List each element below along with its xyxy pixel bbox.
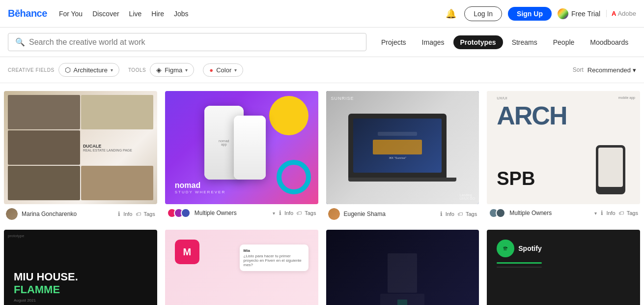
laptop-screen: ЖК "Sunrise" xyxy=(353,119,442,173)
sort-label: Sort xyxy=(573,66,584,73)
search-tabs: Projects Images Prototypes Streams Peopl… xyxy=(374,35,635,49)
tab-images[interactable]: Images xyxy=(415,35,451,49)
nav-jobs[interactable]: Jobs xyxy=(174,10,189,18)
figma-icon: ◈ xyxy=(156,66,162,74)
spotify-progress-bar xyxy=(497,262,541,264)
nav-live[interactable]: Live xyxy=(129,10,142,18)
project-card-spotify[interactable]: Spotify Designer 4 ℹ Info 🏷 Tags xyxy=(487,230,640,305)
tools-group: Tools ◈ Figma ▾ xyxy=(128,63,194,77)
project-thumbnail-sunrise: SUNRISE ЖК "Sunrise" LandingUI/UX G xyxy=(326,91,479,204)
sort-button[interactable]: Recommended ▾ xyxy=(588,66,636,74)
architecture-filter[interactable]: ⬡ Architecture ▾ xyxy=(58,63,119,77)
nomad-logo: nomad STUDY WHEREVER xyxy=(175,181,225,194)
tab-moodboards[interactable]: Moodboards xyxy=(583,35,635,49)
spotify-name-text: Spotify xyxy=(518,244,541,252)
spotify-logo-circle xyxy=(497,240,514,257)
chevron-down-icon-3: ▾ xyxy=(234,67,237,73)
filter-bar: Creative Fields ⬡ Architecture ▾ Tools ◈… xyxy=(0,57,644,83)
sunrise-footer-text: LandingUI/UX GO xyxy=(460,193,476,200)
ducale-text-block: DUCALE REAL ESTATE LANDING PAGE xyxy=(81,130,153,165)
multiple-owners-avatars-nomad xyxy=(167,208,191,218)
project-card-mia[interactable]: M Mia ¿Listo para hacer tu primer proyec… xyxy=(165,230,318,305)
info-icon-ducale: ℹ xyxy=(118,211,120,217)
project-info-sunrise: Eugenie Shama ℹ Info 🏷 Tags xyxy=(326,204,479,222)
nomad-layout: nomadapp nomad STUDY WHEREVER xyxy=(165,91,318,204)
project-thumbnail-nomad: nomadapp nomad STUDY WHEREVER xyxy=(165,91,318,204)
chevron-down-icon: ▾ xyxy=(111,67,113,73)
info-tags-nomad: ℹ Info 🏷 Tags xyxy=(279,210,316,216)
owner-arrow-nomad: ▾ xyxy=(273,211,275,216)
nav-for-you[interactable]: For You xyxy=(59,10,83,18)
nav-right: 🔔 Log In Sign Up Free Trial A Adobe xyxy=(444,6,636,21)
tag-icon-nomad: 🏷 xyxy=(296,210,302,216)
spotify-layout: Spotify xyxy=(487,230,640,305)
multi-avatar-3-nomad xyxy=(181,208,191,218)
project-card-sunrise[interactable]: SUNRISE ЖК "Sunrise" LandingUI/UX G xyxy=(326,91,479,222)
color-label: Color xyxy=(216,66,231,74)
info-icon-sunrise: ℹ xyxy=(440,211,443,217)
nav-discover[interactable]: Discover xyxy=(92,10,119,18)
bell-button[interactable]: 🔔 xyxy=(444,6,458,21)
tab-projects[interactable]: Projects xyxy=(374,35,413,49)
tags-label-nomad: Tags xyxy=(305,210,316,216)
navbar: Bēhance For You Discover Live Hire Jobs … xyxy=(0,0,644,28)
project-card-nomad[interactable]: nomadapp nomad STUDY WHEREVER Multiple O… xyxy=(165,91,318,222)
search-icon: 🔍 xyxy=(15,37,25,47)
arch-title: ARCH xyxy=(497,101,566,130)
nomad-logo-text: nomad xyxy=(175,181,225,190)
project-thumbnail-arch: UX/UI ARCH SPB mobile app xyxy=(487,91,640,204)
mia-layout: M Mia ¿Listo para hacer tu primer proyec… xyxy=(165,230,318,305)
miu-date: August 2021 xyxy=(14,298,78,303)
info-tags-arch: ℹ Info 🏷 Tags xyxy=(601,210,638,216)
spotify-info-block: Spotify xyxy=(497,240,541,268)
arch-spb-text: SPB xyxy=(497,168,535,189)
figma-label: Figma xyxy=(165,66,182,74)
arch-mobile-screen xyxy=(598,148,623,187)
architecture-label: Architecture xyxy=(74,66,108,74)
info-tags-ducale: ℹ Info 🏷 Tags xyxy=(118,211,155,217)
spotify-logo-icon xyxy=(501,244,510,253)
behance-logo[interactable]: Bēhance xyxy=(8,8,47,19)
tag-icon-arch: 🏷 xyxy=(618,210,624,216)
signup-button[interactable]: Sign Up xyxy=(508,7,552,21)
nav-hire[interactable]: Hire xyxy=(151,10,164,18)
tab-people[interactable]: People xyxy=(546,35,582,49)
project-card-miu[interactable]: MIU HOUSE. FLAMME August 2021 prototype … xyxy=(4,230,157,305)
ducale-img-1 xyxy=(8,95,80,129)
project-thumbnail-mia: M Mia ¿Listo para hacer tu primer proyec… xyxy=(165,230,318,305)
project-card-arch[interactable]: UX/UI ARCH SPB mobile app Multiple Owner… xyxy=(487,91,640,222)
sort-section: Sort Recommended ▾ xyxy=(573,66,636,74)
info-label-sunrise: Info xyxy=(446,211,454,217)
color-filter[interactable]: ● Color ▾ xyxy=(203,63,243,77)
figma-filter[interactable]: ◈ Figma ▾ xyxy=(150,63,194,77)
tab-streams[interactable]: Streams xyxy=(505,35,544,49)
search-input[interactable] xyxy=(29,38,359,47)
search-section: 🔍 Projects Images Prototypes Streams Peo… xyxy=(0,28,644,57)
ducale-img-4 xyxy=(8,166,80,200)
project-card-ducale[interactable]: DUCALE REAL ESTATE LANDING PAGE Marina G… xyxy=(4,91,157,222)
project-thumbnail-miu: MIU HOUSE. FLAMME August 2021 prototype xyxy=(4,230,157,305)
tab-prototypes[interactable]: Prototypes xyxy=(453,35,503,49)
sunrise-label: SUNRISE xyxy=(331,96,354,101)
search-bar: 🔍 xyxy=(8,33,366,51)
tag-icon-ducale: 🏷 xyxy=(136,211,141,217)
nomad-logo-sub: STUDY WHEREVER xyxy=(175,190,225,194)
tags-label-ducale: Tags xyxy=(144,211,155,217)
arch-mobile-mockup xyxy=(596,145,625,194)
multiple-owners-avatars-arch xyxy=(489,208,505,218)
project-card-dark[interactable]: Designer 3 ℹ Info 🏷 Tags xyxy=(326,230,479,305)
info-tags-sunrise: ℹ Info 🏷 Tags xyxy=(440,211,477,217)
free-trial-button[interactable]: Free Trial xyxy=(558,8,600,19)
tag-icon-sunrise: 🏷 xyxy=(457,211,463,217)
ducale-title: DUCALE xyxy=(83,144,151,149)
login-button[interactable]: Log In xyxy=(464,6,502,21)
mia-chat-text: ¿Listo para hacer tu primer proyecto en … xyxy=(244,254,305,267)
nomad-circle-yellow xyxy=(269,96,308,135)
project-info-ducale: Marina Goncharenko ℹ Info 🏷 Tags xyxy=(4,204,157,222)
nomad-ring-teal xyxy=(277,160,311,194)
project-info-nomad: Multiple Owners ▾ ℹ Info 🏷 Tags xyxy=(165,204,318,220)
arch-ux-label: UX/UI xyxy=(497,96,507,100)
creative-cloud-icon xyxy=(558,8,568,19)
tags-label-sunrise: Tags xyxy=(466,211,477,217)
miu-flamme-text: FLAMME xyxy=(14,283,78,296)
